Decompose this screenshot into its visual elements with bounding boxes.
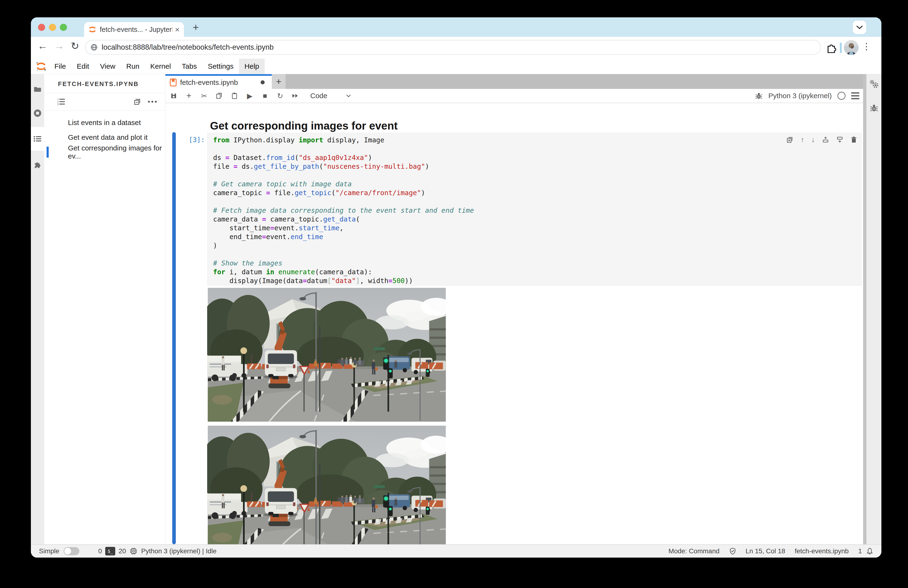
restart-run-all-button[interactable] — [291, 92, 299, 99]
insert-cell-above-icon[interactable] — [822, 136, 829, 143]
status-bar: Simple 0 $_ 20 Python 3 (ipykernel) | Id… — [31, 544, 881, 557]
reload-button[interactable]: ↻ — [71, 40, 79, 52]
interrupt-kernel-button[interactable]: ■ — [261, 92, 269, 100]
browser-menu-icon[interactable]: ⋮ — [862, 41, 871, 52]
menu-item-kernel[interactable]: Kernel — [145, 59, 177, 74]
menu-item-help[interactable]: Help — [239, 59, 265, 74]
sidebar-item-extensions[interactable] — [31, 153, 44, 176]
jupyter-favicon — [89, 26, 97, 34]
simple-mode-toggle[interactable] — [64, 547, 79, 555]
new-tab-button[interactable]: + — [190, 21, 202, 34]
kernel-status-icon[interactable] — [837, 92, 845, 100]
menu-item-tabs[interactable]: Tabs — [176, 59, 202, 74]
bell-icon[interactable] — [866, 547, 873, 555]
puzzle-icon — [33, 160, 42, 169]
browser-window: fetch-events... - JupyterLab × + ← → ↻ l… — [31, 17, 881, 557]
back-button[interactable]: ← — [37, 40, 48, 52]
more-options-icon[interactable]: ••• — [148, 98, 158, 106]
simple-mode-label: Simple — [39, 547, 60, 555]
browser-tab-strip: fetch-events... - JupyterLab × + — [31, 17, 881, 37]
debugger-sidebar-icon[interactable] — [870, 104, 878, 112]
main-dock: fetch-events.ipynb + + ✂ — [165, 74, 863, 544]
notifications-count[interactable]: 1 — [858, 547, 862, 555]
toc-panel-title: FETCH-EVENTS.IPYNB — [44, 74, 165, 93]
execution-count: [3]: — [168, 136, 205, 144]
kernel-status-text[interactable]: Python 3 (ipykernel) | Idle — [141, 547, 216, 555]
terminals-count[interactable]: 0 — [98, 547, 102, 555]
code-line: display(Image(data=datum["data"], width=… — [213, 276, 861, 285]
cursor-position[interactable]: Ln 15, Col 18 — [746, 547, 786, 555]
output-image-2 — [207, 426, 446, 544]
notebook-scroll-area[interactable]: Get corresponding images for event [3]: … — [165, 103, 863, 544]
code-line: from IPython.display import display, Ima… — [213, 136, 861, 145]
code-line: ) — [213, 241, 861, 250]
save-button[interactable] — [170, 92, 178, 99]
numbered-list-icon[interactable]: 1 2 3 — [57, 98, 65, 106]
fast-forward-icon — [291, 92, 299, 99]
menu-item-edit[interactable]: Edit — [71, 59, 95, 74]
sidebar-item-toc[interactable] — [31, 127, 44, 151]
mode-indicator[interactable]: Mode: Command — [668, 547, 720, 555]
copy-cells-button[interactable] — [215, 92, 223, 99]
notebook-tab[interactable]: fetch-events.ipynb — [165, 74, 272, 89]
code-line: ds = Dataset.from_id("ds_aap1q0v1z4xa") — [213, 153, 861, 162]
code-cell[interactable]: from IPython.display import display, Ima… — [207, 133, 862, 286]
cell-type-dropdown[interactable]: Code — [310, 92, 351, 100]
restart-kernel-button[interactable]: ↻ — [276, 92, 284, 100]
notebook-toolbar: + ✂ ▶ ■ — [165, 89, 863, 103]
right-sidebar — [866, 74, 881, 544]
sidebar-item-file-browser[interactable] — [31, 77, 44, 101]
insert-cell-below-icon[interactable] — [836, 136, 844, 143]
cut-cells-button[interactable]: ✂ — [200, 92, 208, 100]
toc-item[interactable]: Get corresponding images for ev... — [44, 145, 165, 159]
statusbar-filename: fetch-events.ipynb — [795, 547, 848, 555]
toc-item[interactable]: List events in a dataset — [44, 115, 165, 130]
running-sessions-icon — [33, 109, 42, 118]
debugger-bug-icon[interactable] — [755, 92, 763, 100]
avatar-image — [844, 40, 858, 55]
kernels-count[interactable]: 20 — [119, 547, 126, 555]
collapse-all-icon[interactable] — [133, 98, 142, 106]
extensions-icon[interactable] — [826, 42, 837, 53]
code-editor[interactable]: from IPython.display import display, Ima… — [213, 136, 861, 285]
window-zoom-button[interactable] — [60, 24, 67, 31]
property-inspector-icon[interactable] — [869, 79, 879, 89]
sidebar-item-running[interactable] — [31, 101, 44, 125]
move-cell-down-icon[interactable]: ↓ — [811, 136, 815, 144]
terminal-icon: $_ — [105, 547, 115, 556]
toolbar-menu-icon[interactable] — [851, 92, 859, 99]
browser-tab[interactable]: fetch-events... - JupyterLab × — [84, 22, 184, 37]
menu-item-view[interactable]: View — [95, 59, 121, 74]
forward-button[interactable]: → — [54, 40, 64, 52]
notebook-scrollbar[interactable] — [863, 74, 866, 544]
menu-item-settings[interactable]: Settings — [203, 59, 239, 74]
move-cell-up-icon[interactable]: ↑ — [801, 136, 804, 144]
new-launcher-button[interactable]: + — [272, 74, 285, 89]
profile-avatar[interactable] — [844, 40, 858, 55]
tab-search-button[interactable] — [853, 21, 866, 34]
kernel-name[interactable]: Python 3 (ipykernel) — [768, 92, 832, 100]
active-cell-indicator[interactable] — [172, 132, 176, 544]
window-close-button[interactable] — [38, 24, 45, 31]
site-info-icon[interactable] — [90, 43, 98, 51]
add-cell-button[interactable]: + — [185, 91, 193, 101]
menu-item-run[interactable]: Run — [121, 59, 145, 74]
delete-cell-icon[interactable] — [850, 136, 857, 143]
trust-shield-icon[interactable] — [729, 547, 736, 555]
menu-item-file[interactable]: File — [49, 59, 71, 74]
toc-toolbar: 1 2 3 ••• — [44, 93, 165, 111]
copy-icon — [216, 92, 223, 99]
notebook-tab-label: fetch-events.ipynb — [180, 79, 238, 87]
code-line — [213, 171, 861, 180]
unsaved-changes-dot[interactable] — [261, 81, 265, 84]
run-cell-button[interactable]: ▶ — [246, 92, 254, 100]
duplicate-cell-icon[interactable] — [786, 136, 794, 143]
output-image-1 — [207, 288, 446, 422]
paste-cells-button[interactable] — [230, 92, 238, 99]
code-line: for i, datum in enumerate(camera_data): — [213, 267, 861, 276]
tab-close-icon[interactable]: × — [175, 25, 180, 34]
address-bar[interactable]: localhost:8888/lab/tree/notebooks/fetch-… — [85, 40, 821, 55]
window-minimize-button[interactable] — [49, 24, 56, 31]
notebook-tab-bar: fetch-events.ipynb + — [165, 74, 863, 89]
toc-item[interactable]: Get event data and plot it — [44, 130, 165, 145]
